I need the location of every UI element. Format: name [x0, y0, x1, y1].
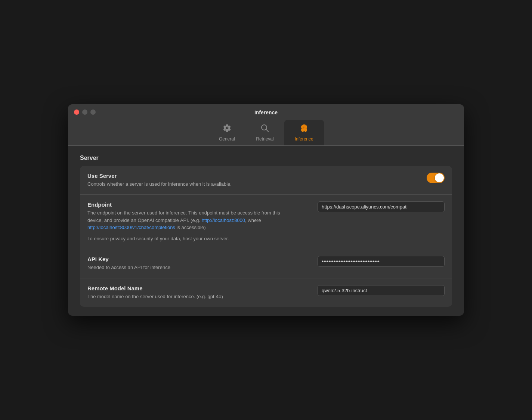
use-server-description: Controls whether a server is used for in…	[87, 180, 297, 188]
remote-model-left: Remote Model Name The model name on the …	[87, 285, 297, 300]
section-title: Server	[80, 155, 452, 161]
endpoint-right	[318, 201, 445, 212]
api-key-title: API Key	[87, 256, 297, 262]
use-server-row: Use Server Controls whether a server is …	[80, 166, 452, 195]
titlebar: Inference General	[68, 104, 464, 146]
window-title: Inference	[254, 109, 278, 115]
remote-model-description: The model name on the server used for in…	[87, 293, 297, 300]
endpoint-left: Endpoint The endpoint on the server used…	[87, 201, 297, 242]
settings-card: Use Server Controls whether a server is …	[80, 166, 452, 307]
remote-model-row: Remote Model Name The model name on the …	[80, 278, 452, 307]
use-server-left: Use Server Controls whether a server is …	[87, 173, 297, 188]
app-window: Inference General	[68, 104, 464, 316]
endpoint-title: Endpoint	[87, 201, 297, 208]
use-server-title: Use Server	[87, 173, 297, 179]
api-key-input[interactable]	[318, 256, 445, 267]
use-server-right	[427, 173, 445, 183]
api-key-right	[318, 256, 445, 267]
endpoint-privacy-note: To ensure privacy and security of your d…	[87, 235, 297, 243]
tab-inference-label: Inference	[295, 136, 313, 142]
endpoint-description: The endpoint on the server used for infe…	[87, 209, 297, 231]
search-icon	[260, 123, 270, 135]
remote-model-input[interactable]	[318, 285, 445, 296]
traffic-lights	[74, 109, 96, 115]
tab-general[interactable]: General	[208, 120, 245, 145]
tab-general-label: General	[219, 136, 235, 142]
endpoint-input[interactable]	[318, 201, 445, 212]
main-content: Server Use Server Controls whether a ser…	[68, 146, 464, 316]
localhost-link2[interactable]: http://localhost:8000/v1/chat/completion…	[87, 225, 175, 230]
tab-inference[interactable]: Inference	[284, 120, 324, 145]
toggle-knob	[435, 173, 444, 182]
gear-icon	[222, 123, 232, 135]
api-key-row: API Key Needed to access an API for infe…	[80, 249, 452, 278]
tab-retrieval[interactable]: Retrieval	[245, 120, 284, 145]
maximize-button[interactable]	[90, 109, 96, 115]
tab-retrieval-label: Retrieval	[256, 136, 273, 142]
remote-model-right	[318, 285, 445, 296]
remote-model-title: Remote Model Name	[87, 285, 297, 291]
svg-line-1	[266, 129, 269, 132]
api-key-left: API Key Needed to access an API for infe…	[87, 256, 297, 271]
close-button[interactable]	[74, 109, 79, 115]
brain-icon	[299, 123, 309, 135]
api-key-description: Needed to access an API for inference	[87, 264, 297, 271]
minimize-button[interactable]	[82, 109, 87, 115]
tab-bar: General Retrieval	[208, 120, 324, 145]
use-server-toggle[interactable]	[427, 173, 445, 183]
localhost-link1[interactable]: http://localhost:8000	[202, 217, 245, 223]
endpoint-row: Endpoint The endpoint on the server used…	[80, 195, 452, 249]
